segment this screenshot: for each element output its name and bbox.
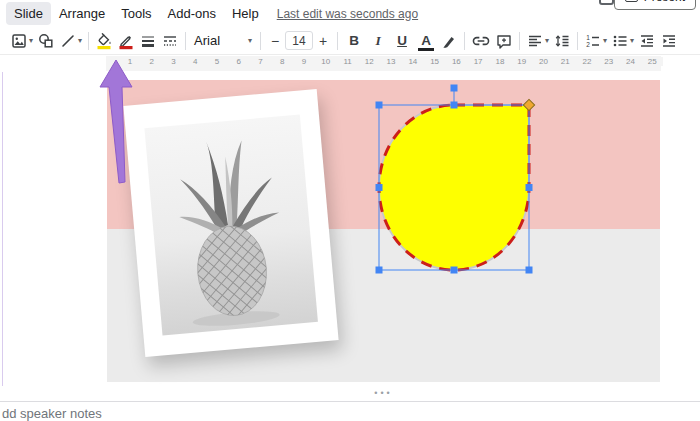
menu-slide[interactable]: Slide xyxy=(6,2,51,25)
toolbar: ▾ ▾ Arial ▾ − 14 + B I xyxy=(0,27,700,55)
chevron-down-icon: ▾ xyxy=(630,36,634,45)
menu-arrange[interactable]: Arrange xyxy=(51,2,113,25)
teardrop-shape-group xyxy=(374,82,544,282)
present-label: Present xyxy=(644,0,685,4)
ruler-number: 13 xyxy=(380,57,402,66)
ruler-number: 24 xyxy=(620,57,642,66)
toolbar-separator xyxy=(88,32,89,50)
resize-handle-top-left[interactable] xyxy=(376,102,383,109)
ruler-number: 16 xyxy=(445,57,467,66)
resize-handle-top-center[interactable] xyxy=(451,102,458,109)
align-left-icon xyxy=(526,32,544,50)
ruler-number: 17 xyxy=(467,57,489,66)
toolbar-separator xyxy=(337,32,338,50)
line-dash-icon xyxy=(161,32,179,50)
ruler-number: 22 xyxy=(576,57,598,66)
align-button[interactable]: ▾ xyxy=(524,29,551,53)
decrease-indent-icon xyxy=(638,32,656,50)
insert-image-button[interactable]: ▾ xyxy=(8,29,35,53)
toolbar-separator xyxy=(577,32,578,50)
insert-line-button[interactable]: ▾ xyxy=(57,29,84,53)
shape-icon xyxy=(37,32,55,50)
line-spacing-button[interactable] xyxy=(551,29,573,53)
font-size-input[interactable]: 14 xyxy=(285,31,313,50)
rotation-handle[interactable] xyxy=(451,85,458,92)
resize-handle-bottom-right[interactable] xyxy=(526,267,533,274)
menu-tools[interactable]: Tools xyxy=(113,2,159,25)
speaker-notes-placeholder: dd speaker notes xyxy=(2,406,102,421)
decrease-font-size-button[interactable]: − xyxy=(265,29,285,53)
last-edit-link[interactable]: Last edit was seconds ago xyxy=(277,7,418,21)
notes-drag-handle[interactable]: ••• xyxy=(107,388,660,398)
resize-handle-mid-left[interactable] xyxy=(376,184,383,191)
chevron-down-icon: ▾ xyxy=(545,36,549,45)
border-weight-button[interactable] xyxy=(137,29,159,53)
ruler[interactable]: 1234567891011121314151617181920212223242… xyxy=(106,56,661,71)
present-button[interactable]: Present xyxy=(614,0,696,10)
increase-indent-button[interactable] xyxy=(658,29,680,53)
resize-handle-bottom-left[interactable] xyxy=(376,267,383,274)
text-color-button[interactable]: A xyxy=(414,29,438,53)
bulleted-list-button[interactable]: ▾ xyxy=(609,29,636,53)
present-icon xyxy=(625,0,638,2)
pineapple-illustration xyxy=(144,115,318,336)
svg-text:2: 2 xyxy=(586,41,590,48)
pineapple-photo[interactable] xyxy=(123,89,338,357)
insert-comment-button[interactable] xyxy=(493,29,515,53)
chevron-down-icon: ▾ xyxy=(78,36,82,45)
menu-help[interactable]: Help xyxy=(224,2,267,25)
speaker-notes-area[interactable]: dd speaker notes xyxy=(0,402,700,421)
text-color-swatch xyxy=(418,48,434,51)
border-dash-button[interactable] xyxy=(159,29,181,53)
teardrop-shape[interactable] xyxy=(379,105,529,270)
arrow-up-icon xyxy=(100,60,132,183)
ruler-number: 21 xyxy=(554,57,576,66)
paint-bucket-icon xyxy=(95,32,113,50)
font-family-value: Arial xyxy=(194,33,220,48)
ruler-number: 4 xyxy=(184,57,206,66)
ruler-number: 23 xyxy=(598,57,620,66)
increase-indent-icon xyxy=(660,32,678,50)
ruler-number: 20 xyxy=(533,57,555,66)
chevron-down-icon: ▾ xyxy=(29,36,33,45)
toolbar-separator xyxy=(185,32,186,50)
resize-handle-bottom-center[interactable] xyxy=(451,267,458,274)
insert-shape-button[interactable] xyxy=(35,29,57,53)
line-icon xyxy=(59,32,77,50)
image-icon xyxy=(10,32,28,50)
ruler-number: 5 xyxy=(206,57,228,66)
text-color-glyph: A xyxy=(421,33,431,48)
ruler-number: 9 xyxy=(293,57,315,66)
ruler-number: 14 xyxy=(402,57,424,66)
increase-font-size-button[interactable]: + xyxy=(313,29,333,53)
ruler-number: 3 xyxy=(163,57,185,66)
ruler-number: 7 xyxy=(250,57,272,66)
pineapple-photo-inner xyxy=(144,115,318,336)
numbered-list-button[interactable]: 12 ▾ xyxy=(582,29,609,53)
font-family-select[interactable]: Arial ▾ xyxy=(190,29,256,53)
resize-handle-mid-right[interactable] xyxy=(526,184,533,191)
italic-button[interactable]: I xyxy=(366,29,390,53)
menu-addons[interactable]: Add-ons xyxy=(160,2,224,25)
decrease-indent-button[interactable] xyxy=(636,29,658,53)
ruler-number: 10 xyxy=(315,57,337,66)
ruler-number: 2 xyxy=(141,57,163,66)
bulleted-list-icon xyxy=(611,32,629,50)
ruler-number: 25 xyxy=(641,57,663,66)
toolbar-separator xyxy=(260,32,261,50)
bold-button[interactable]: B xyxy=(342,29,366,53)
numbered-list-icon: 12 xyxy=(584,32,602,50)
border-color-button[interactable] xyxy=(115,29,137,53)
toolbar-separator xyxy=(519,32,520,50)
ruler-number: 19 xyxy=(511,57,533,66)
line-weight-icon xyxy=(139,32,157,50)
chevron-down-icon: ▾ xyxy=(248,36,252,45)
underline-button[interactable]: U xyxy=(390,29,414,53)
link-icon xyxy=(471,31,491,51)
insert-link-button[interactable] xyxy=(469,29,493,53)
fill-color-button[interactable] xyxy=(93,29,115,53)
highlight-color-button[interactable] xyxy=(438,29,460,53)
line-spacing-icon xyxy=(553,32,571,50)
toolbar-separator xyxy=(464,32,465,50)
chevron-down-icon: ▾ xyxy=(603,36,607,45)
